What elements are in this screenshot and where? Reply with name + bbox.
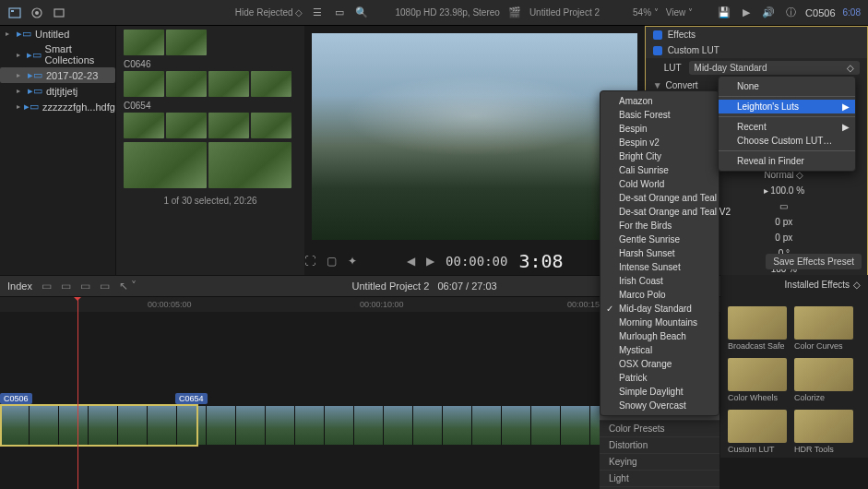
save-icon[interactable]: 💾: [717, 6, 731, 20]
clip-thumbnail[interactable]: [208, 142, 291, 188]
lut-preset-item[interactable]: Marco Polo: [600, 288, 719, 302]
timeline-frame[interactable]: [531, 406, 561, 445]
timeline-frame[interactable]: [59, 406, 89, 445]
effect-thumbnail[interactable]: [728, 358, 787, 391]
sidebar-item[interactable]: ▸▸▭ Smart Collections: [0, 42, 115, 67]
timeline-frame[interactable]: [502, 406, 531, 445]
viewer-canvas[interactable]: [312, 33, 637, 240]
lut-preset-item[interactable]: Murlough Beach: [600, 329, 719, 343]
effects-category-item[interactable]: Distortion: [600, 437, 719, 454]
timeline-frame[interactable]: [413, 406, 443, 445]
prev-frame-button[interactable]: ◀: [407, 255, 415, 268]
view-dropdown[interactable]: View ˅: [666, 7, 693, 18]
lut-preset-item[interactable]: Irish Coast: [600, 274, 719, 288]
timeline-frame[interactable]: [148, 406, 177, 445]
effect-thumbnail[interactable]: [794, 358, 853, 391]
timeline-frame[interactable]: [295, 406, 325, 445]
lut-preset-item[interactable]: Harsh Sunset: [600, 246, 719, 260]
effect-thumbnail[interactable]: [794, 306, 853, 340]
effect-thumbnail[interactable]: [728, 410, 787, 443]
audio-icon[interactable]: 🔊: [761, 6, 776, 20]
timeline-frame[interactable]: [325, 406, 354, 445]
effect-item[interactable]: Custom LUT: [728, 410, 787, 454]
lut-preset-item[interactable]: Gentle Sunrise: [600, 233, 719, 246]
clip-thumbnail[interactable]: [208, 71, 249, 97]
effect-item[interactable]: Broadcast Safe: [728, 306, 787, 351]
timeline-frame[interactable]: [207, 406, 236, 445]
crop-icon[interactable]: ⛶: [304, 255, 315, 268]
append-clip-icon[interactable]: ▭: [80, 280, 90, 292]
menu-item-leightons-luts[interactable]: Leighton's Luts▶: [719, 100, 855, 113]
lut-preset-item[interactable]: De-sat Orange and Teal: [600, 191, 719, 205]
lut-preset-item[interactable]: OSX Orange: [600, 357, 719, 371]
enhance-icon[interactable]: ✦: [348, 255, 357, 268]
lut-preset-item[interactable]: Bespin v2: [600, 136, 719, 149]
custom-lut-checkbox[interactable]: [653, 46, 662, 55]
effects-checkbox[interactable]: [653, 30, 662, 40]
clip-thumbnail[interactable]: [166, 71, 207, 97]
lut-preset-item[interactable]: Mystical: [600, 343, 719, 357]
clip-thumbnail[interactable]: [251, 71, 291, 97]
effect-thumbnail[interactable]: [728, 306, 787, 340]
lut-submenu-presets[interactable]: AmazonBasic ForestBespinBespin v2Bright …: [600, 90, 719, 416]
hide-rejected-toggle[interactable]: Hide Rejected ◇: [235, 7, 303, 18]
titles-icon[interactable]: [52, 6, 66, 20]
timeline-frame[interactable]: [472, 406, 502, 445]
play-button[interactable]: ▶: [426, 255, 434, 268]
index-button[interactable]: Index: [7, 280, 32, 292]
effect-item[interactable]: Color Wheels: [728, 358, 787, 402]
menu-item-choose-custom[interactable]: Choose Custom LUT…: [719, 134, 855, 148]
transform-icon[interactable]: ▢: [327, 255, 337, 268]
timeline-frame[interactable]: [118, 406, 148, 445]
lut-preset-item[interactable]: Cold World: [600, 177, 719, 191]
lut-preset-item[interactable]: Snowy Overcast: [600, 399, 719, 412]
clip-tag-1[interactable]: C0506: [0, 393, 32, 404]
timeline-frame[interactable]: [354, 406, 384, 445]
lut-preset-item[interactable]: For the Birds: [600, 219, 719, 233]
lut-preset-item[interactable]: ✓Mid-day Standard: [600, 302, 719, 316]
lut-preset-item[interactable]: Bright City: [600, 149, 719, 163]
timeline-frame[interactable]: [561, 406, 590, 445]
clip-appearance-icon[interactable]: ☰: [310, 6, 325, 20]
lut-preset-item[interactable]: Intense Sunset: [600, 260, 719, 274]
sidebar-item[interactable]: ▸▸▭ dtjtjtjetj: [0, 83, 115, 99]
clip-thumbstrip[interactable]: [124, 71, 297, 97]
timeline-frame[interactable]: [236, 406, 266, 445]
installed-effects-dropdown[interactable]: Installed Effects ◇: [785, 280, 861, 290]
clip-thumbnail[interactable]: [124, 142, 207, 188]
lut-preset-item[interactable]: Simple Daylight: [600, 385, 719, 399]
lut-preset-item[interactable]: Amazon: [600, 94, 719, 108]
photos-icon[interactable]: [30, 6, 44, 20]
playhead[interactable]: [77, 297, 78, 489]
clip-thumbstrip[interactable]: [124, 142, 297, 188]
lut-dropdown-menu[interactable]: None Leighton's Luts▶ Recent▶ Choose Cus…: [718, 76, 856, 172]
timeline-frame[interactable]: [443, 406, 472, 445]
effects-category-item[interactable]: Color Presets: [600, 421, 719, 437]
effects-category-item[interactable]: Keying: [600, 454, 719, 471]
video-track[interactable]: C0506 C0654: [0, 406, 649, 445]
menu-item-none[interactable]: None: [719, 79, 855, 93]
clip-thumbnail[interactable]: [208, 113, 249, 138]
menu-item-reveal-finder[interactable]: Reveal in Finder: [719, 154, 855, 168]
effect-item[interactable]: Color Curves: [794, 306, 853, 351]
timeline-frame[interactable]: [30, 406, 59, 445]
lut-preset-item[interactable]: Basic Forest: [600, 108, 719, 122]
menu-item-recent[interactable]: Recent▶: [719, 120, 855, 134]
clip-thumbstrip[interactable]: [124, 30, 297, 55]
clip-thumbnail[interactable]: [166, 113, 207, 138]
lut-preset-item[interactable]: Bespin: [600, 122, 719, 136]
zoom-dropdown[interactable]: 54% ˅: [633, 7, 659, 18]
clip-thumbnail[interactable]: [124, 71, 164, 97]
sidebar-item[interactable]: ▸▸▭ 2017-02-23: [0, 67, 115, 83]
tools-dropdown[interactable]: ↖ ˅: [119, 280, 137, 292]
lut-preset-item[interactable]: Patrick: [600, 371, 719, 385]
effects-category-item[interactable]: Light: [600, 471, 719, 487]
effect-item[interactable]: Colorize: [794, 358, 853, 402]
effects-section-header[interactable]: Effects: [646, 27, 867, 42]
sidebar-item[interactable]: ▸▸▭ Untitled: [0, 26, 115, 42]
timeline-frame[interactable]: [0, 406, 30, 445]
effect-item[interactable]: HDR Tools: [794, 410, 853, 454]
overwrite-clip-icon[interactable]: ▭: [100, 280, 110, 292]
clip-thumbnail[interactable]: [124, 113, 164, 138]
sidebar-item[interactable]: ▸▸▭ zzzzzzfgh...hdfgdfgh: [0, 99, 115, 114]
